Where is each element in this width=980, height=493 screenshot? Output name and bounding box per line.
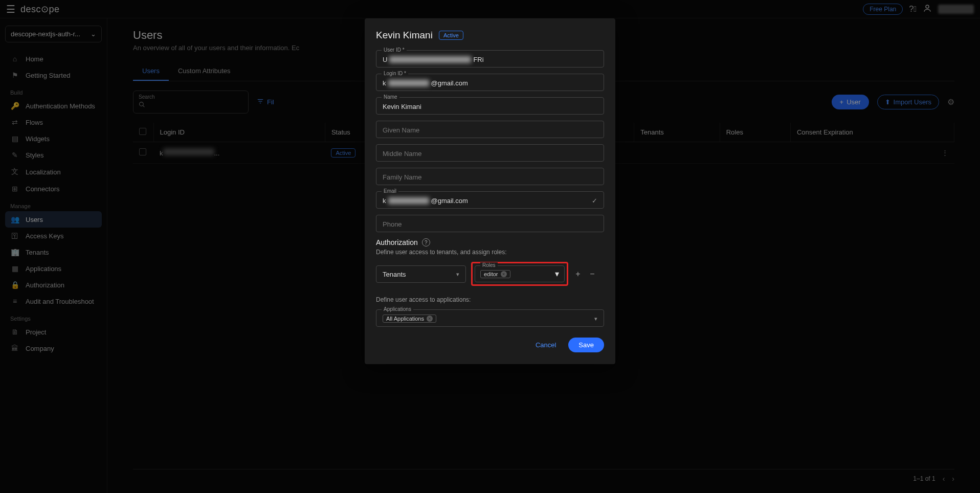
user-id-obscured <box>389 56 471 63</box>
cancel-button[interactable]: Cancel <box>529 337 562 353</box>
email-suffix: @gmail.com <box>431 197 468 205</box>
app-chip-all: All Applications × <box>383 315 436 323</box>
login-id-suffix: @gmail.com <box>431 79 468 87</box>
user-id-prefix: U <box>383 56 387 63</box>
user-id-label: User ID * <box>382 47 407 53</box>
roles-highlight: Roles editor × ▾ <box>471 262 568 286</box>
remove-chip-icon[interactable]: × <box>427 316 433 322</box>
family-name-field[interactable] <box>376 168 604 185</box>
tenants-select[interactable]: Tenants ▾ <box>376 265 466 283</box>
verified-check-icon: ✓ <box>592 197 597 205</box>
phone-field[interactable] <box>376 215 604 232</box>
authorization-help-icon[interactable]: ? <box>422 238 430 246</box>
remove-row-icon[interactable]: − <box>588 270 597 279</box>
given-name-input[interactable] <box>383 126 597 134</box>
roles-label: Roles <box>480 262 498 268</box>
chevron-down-icon: ▾ <box>456 271 459 278</box>
applications-label: Applications <box>382 306 413 312</box>
email-label: Email <box>382 188 398 194</box>
authorization-heading: Authorization ? <box>376 238 604 246</box>
email-obscured <box>388 197 429 204</box>
add-row-icon[interactable]: + <box>573 270 583 279</box>
family-name-input[interactable] <box>383 173 597 181</box>
login-id-field[interactable]: Login ID * k @gmail.com <box>376 74 604 91</box>
chevron-down-icon: ▾ <box>594 316 597 322</box>
app-chip-label: All Applications <box>386 316 424 322</box>
login-id-label: Login ID * <box>382 71 408 76</box>
role-chip-label: editor <box>484 271 498 277</box>
applications-subtitle: Define user access to applications: <box>376 296 604 303</box>
email-field[interactable]: Email k @gmail.com ✓ <box>376 191 604 209</box>
chevron-down-icon: ▾ <box>555 269 559 279</box>
edit-user-modal: Kevin Kimani Active User ID * U FRi Logi… <box>365 18 615 364</box>
tenants-label: Tenants <box>383 271 406 278</box>
given-name-field[interactable] <box>376 121 604 138</box>
middle-name-field[interactable] <box>376 144 604 162</box>
modal-status-badge: Active <box>439 31 463 40</box>
save-button[interactable]: Save <box>568 338 604 352</box>
remove-chip-icon[interactable]: × <box>501 271 507 277</box>
phone-input[interactable] <box>383 220 597 228</box>
user-id-field[interactable]: User ID * U FRi <box>376 50 604 68</box>
modal-backdrop[interactable]: Kevin Kimani Active User ID * U FRi Logi… <box>0 0 980 493</box>
modal-title: Kevin Kimani <box>376 30 433 41</box>
login-id-obscured <box>388 80 429 86</box>
name-input[interactable] <box>383 103 597 110</box>
name-label: Name <box>382 94 399 100</box>
role-chip-editor: editor × <box>480 270 510 278</box>
name-field[interactable]: Name <box>376 97 604 115</box>
roles-select[interactable]: Roles editor × ▾ <box>475 265 565 282</box>
applications-select[interactable]: Applications All Applications × ▾ <box>376 309 604 327</box>
middle-name-input[interactable] <box>383 150 597 158</box>
authorization-subtitle: Define user access to tenants, and assig… <box>376 249 604 256</box>
user-id-suffix: FRi <box>473 56 483 63</box>
